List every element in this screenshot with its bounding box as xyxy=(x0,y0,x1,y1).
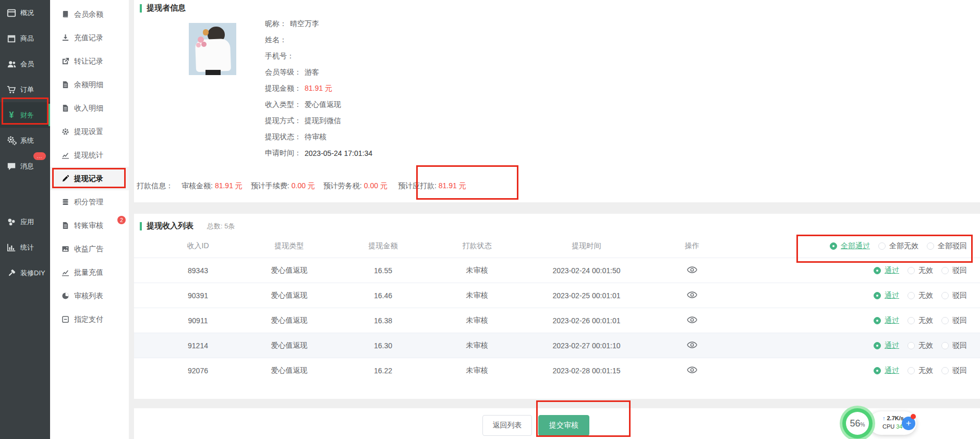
withdrawer-fields: 昵称：晴空万李 姓名： 手机号： 会员等级：游客 提现金额：81.91 元 收入… xyxy=(265,16,372,161)
invalid-radio[interactable]: 无效 xyxy=(908,291,933,300)
bulk-invalid-radio[interactable]: 全部无效 xyxy=(878,241,918,251)
table-row: 92076 爱心值返现 16.22 未审核 2023-02-28 00:01:1… xyxy=(134,358,980,383)
admin-app: 概况 商品 会员 订单 ¥ 财务 系统 消息 ... 应用 xyxy=(0,0,980,439)
approve-radio[interactable]: 通过 xyxy=(874,316,899,325)
messages-icon xyxy=(6,161,17,172)
book-icon xyxy=(61,10,69,19)
line-chart-icon xyxy=(61,269,69,277)
sidebar-item-members[interactable]: 会员 xyxy=(0,51,50,77)
radio-icon xyxy=(908,317,915,324)
view-eye-icon[interactable] xyxy=(687,342,697,348)
gear-icon xyxy=(61,128,69,136)
avatar-art xyxy=(203,29,209,35)
submenu-item-points[interactable]: 积分管理 xyxy=(50,190,129,214)
submenu-item-assigned-pay[interactable]: 指定支付 xyxy=(50,308,129,331)
submenu-item-withdraw-settings[interactable]: 提现设置 xyxy=(50,120,129,143)
avatar-art xyxy=(205,70,221,75)
approve-radio[interactable]: 通过 xyxy=(874,291,899,300)
finance-submenu: 会员余额 充值记录 转让记录 余额明细 收入明细 提现设置 提现统计 提现记录 xyxy=(50,0,129,439)
main-content: 提现者信息 昵称：晴空万李 姓名： 手机号： 会员等级：游客 提现金额：81.9… xyxy=(129,0,980,439)
diy-hammer-icon xyxy=(6,268,17,278)
fee-field: 预计手续费:0.00 元 xyxy=(251,181,315,191)
payment-info-row: 打款信息： 审核金额:81.91 元 预计手续费:0.00 元 预计劳务税:0.… xyxy=(137,177,466,195)
payment-info-label: 打款信息： xyxy=(137,181,173,191)
income-list-header: 提现收入列表 总数: 5条 xyxy=(140,221,235,231)
submenu-item-batch-recharge[interactable]: 批量充值 xyxy=(50,261,129,284)
percent-value: 56 xyxy=(850,412,861,435)
radio-checked-icon xyxy=(874,317,881,324)
submenu-item-withdraw-stats[interactable]: 提现统计 xyxy=(50,143,129,167)
radio-icon xyxy=(941,267,949,274)
income-table: 收入ID 提现类型 提现金额 打款状态 提现时间 操作 全部通过 全部无效 全部… xyxy=(134,235,980,383)
overview-icon xyxy=(6,8,17,18)
submenu-item-transfer-records[interactable]: 转让记录 xyxy=(50,50,129,73)
gauge-icon xyxy=(61,292,69,300)
view-eye-icon[interactable] xyxy=(687,316,697,323)
image-icon xyxy=(61,245,69,253)
invalid-radio[interactable]: 无效 xyxy=(908,341,933,350)
radio-icon xyxy=(878,242,886,250)
sidebar-spacer xyxy=(0,179,50,209)
invalid-radio[interactable]: 无效 xyxy=(908,366,933,375)
cpu-label: CPU xyxy=(882,423,894,430)
reject-radio[interactable]: 驳回 xyxy=(941,291,967,300)
invalid-radio[interactable]: 无效 xyxy=(908,316,933,325)
reject-radio[interactable]: 驳回 xyxy=(941,316,967,325)
percent-sign: % xyxy=(861,422,865,428)
submenu-item-revenue-ads[interactable]: 收益广告 xyxy=(50,237,129,261)
monitor-percent-circle[interactable]: 56% xyxy=(846,412,869,435)
radio-icon xyxy=(941,317,949,324)
finance-icon: ¥ xyxy=(6,110,17,120)
expected-payment-field: 预计应打款:81.91 元 xyxy=(398,181,466,191)
submenu-item-balance-detail[interactable]: 余额明细 xyxy=(50,73,129,96)
submenu-item-withdraw-records[interactable]: 提现记录 xyxy=(50,167,129,190)
approve-radio[interactable]: 通过 xyxy=(874,341,899,350)
radio-checked-icon xyxy=(830,242,837,250)
field-withdraw-method: 提现方式：提现到微信 xyxy=(265,113,372,129)
net-speed-value: 2.7K/s xyxy=(887,415,904,421)
field-phone: 手机号： xyxy=(265,48,372,64)
sidebar-item-orders[interactable]: 订单 xyxy=(0,77,50,102)
footer-buttons: 返回列表 提交审核 xyxy=(482,415,589,436)
radio-icon xyxy=(908,267,915,274)
field-name: 姓名： xyxy=(265,32,372,48)
radio-checked-icon xyxy=(874,342,881,349)
table-row: 90911 爱心值返现 16.38 未审核 2023-02-26 00:01:0… xyxy=(134,308,980,333)
reject-radio[interactable]: 驳回 xyxy=(941,266,967,275)
approve-radio[interactable]: 通过 xyxy=(874,266,899,275)
sidebar-item-diy[interactable]: 装修DIY xyxy=(0,260,50,286)
upload-arrow-icon: ↑ xyxy=(882,415,886,421)
apps-icon xyxy=(6,217,17,227)
reject-radio[interactable]: 驳回 xyxy=(941,341,967,350)
submenu-item-recharge-records[interactable]: 充值记录 xyxy=(50,26,129,50)
submenu-item-income-detail[interactable]: 收入明细 xyxy=(50,96,129,120)
view-eye-icon[interactable] xyxy=(687,266,697,273)
submenu-item-transfer-audit[interactable]: 转账审核 2 xyxy=(50,214,129,237)
main-sidebar: 概况 商品 会员 订单 ¥ 财务 系统 消息 ... 应用 xyxy=(0,0,50,439)
bulk-reject-radio[interactable]: 全部驳回 xyxy=(927,241,967,251)
sidebar-item-finance[interactable]: ¥ 财务 xyxy=(0,102,50,128)
section-accent-bar xyxy=(140,222,142,230)
view-eye-icon[interactable] xyxy=(687,291,697,298)
view-eye-icon[interactable] xyxy=(687,367,697,373)
sidebar-item-system[interactable]: 系统 xyxy=(0,128,50,153)
approve-radio[interactable]: 通过 xyxy=(874,366,899,375)
radio-checked-icon xyxy=(874,367,881,374)
audit-amount-field: 审核金额:81.91 元 xyxy=(182,181,243,191)
sidebar-item-stats[interactable]: 统计 xyxy=(0,235,50,260)
sidebar-item-messages[interactable]: 消息 ... xyxy=(0,153,50,179)
submit-review-button[interactable]: 提交审核 xyxy=(538,415,589,436)
bulk-approve-radio[interactable]: 全部通过 xyxy=(830,241,870,251)
radio-checked-icon xyxy=(874,267,881,274)
sidebar-item-apps[interactable]: 应用 xyxy=(0,209,50,235)
submenu-item-audit-list[interactable]: 审核列表 xyxy=(50,284,129,308)
field-withdraw-amount: 提现金额：81.91 元 xyxy=(265,80,372,96)
sidebar-item-overview[interactable]: 概况 xyxy=(0,0,50,26)
document-icon xyxy=(61,81,69,89)
external-link-icon xyxy=(61,57,69,66)
reject-radio[interactable]: 驳回 xyxy=(941,366,967,375)
sidebar-item-goods[interactable]: 商品 xyxy=(0,26,50,51)
invalid-radio[interactable]: 无效 xyxy=(908,266,933,275)
submenu-item-member-balance[interactable]: 会员余额 xyxy=(50,3,129,26)
back-to-list-button[interactable]: 返回列表 xyxy=(482,415,532,436)
